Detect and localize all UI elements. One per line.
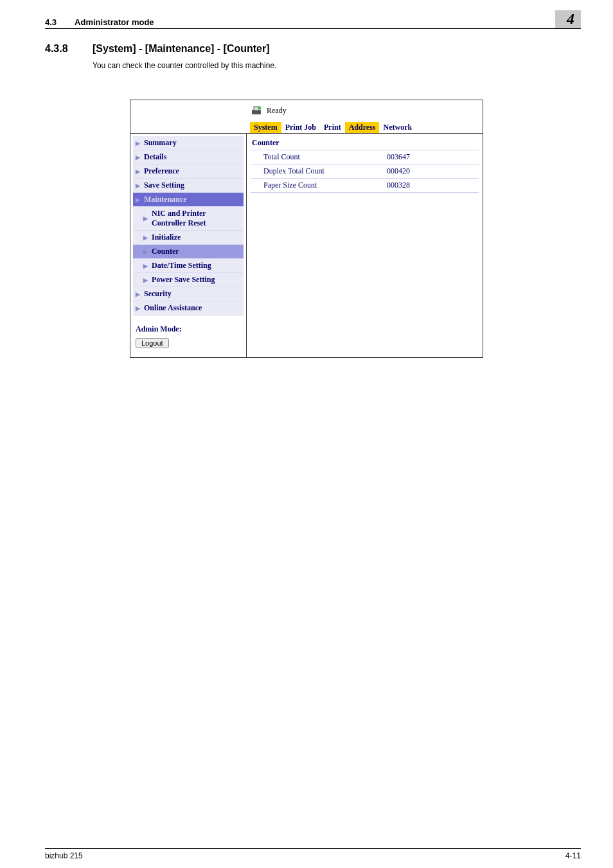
header-section-title: Administrator mode [75, 17, 555, 27]
tab-system[interactable]: System [250, 122, 281, 133]
logout-button[interactable]: Logout [136, 338, 169, 348]
sidebar-item[interactable]: ▶Security [133, 287, 244, 301]
chapter-badge: 4 [555, 10, 581, 28]
section-number: 4.3.8 [45, 43, 93, 55]
tab-print-job[interactable]: Print Job [281, 122, 320, 133]
printer-status-icon [250, 104, 263, 117]
sidebar-item[interactable]: ▶Counter [133, 245, 244, 259]
arrow-icon: ▶ [143, 277, 148, 283]
section-title: [System] - [Maintenance] - [Counter] [93, 43, 270, 55]
arrow-icon: ▶ [143, 235, 148, 241]
web-connection-screenshot: Ready System Print Job Print Address Net… [130, 100, 483, 358]
sidebar-item-label: Date/Time Setting [152, 261, 211, 270]
counter-label: Total Count [252, 152, 387, 162]
section-heading: 4.3.8 [System] - [Maintenance] - [Counte… [45, 43, 581, 55]
sidebar-item[interactable]: ▶Save Setting [133, 179, 244, 193]
sidebar-item-label: Summary [144, 138, 177, 148]
page-header: 4.3 Administrator mode 4 [45, 10, 581, 29]
sidebar-item-label: Initialize [152, 233, 181, 242]
sidebar-list: ▶Summary▶Details▶Preference▶Save Setting… [133, 136, 244, 315]
status-text: Ready [267, 106, 287, 116]
tab-print[interactable]: Print [320, 122, 345, 133]
sidebar-item[interactable]: ▶Maintenance [133, 193, 244, 207]
section-body-text: You can check the counter controlled by … [93, 61, 581, 70]
content-row: ▶Summary▶Details▶Preference▶Save Setting… [130, 133, 483, 357]
counter-value: 003647 [387, 152, 477, 162]
arrow-icon: ▶ [143, 249, 148, 255]
sidebar: ▶Summary▶Details▶Preference▶Save Setting… [130, 134, 246, 357]
counter-value: 000328 [387, 181, 477, 190]
sidebar-item-label: Maintenance [144, 195, 187, 204]
admin-block: Admin Mode: Logout [133, 315, 244, 351]
arrow-icon: ▶ [136, 182, 140, 189]
sidebar-item[interactable]: ▶Initialize [133, 231, 244, 245]
counter-value: 000420 [387, 166, 477, 176]
sidebar-item[interactable]: ▶Online Assistance [133, 301, 244, 315]
sidebar-item[interactable]: ▶Date/Time Setting [133, 259, 244, 273]
sidebar-item-label: Power Save Setting [152, 275, 215, 285]
tab-address[interactable]: Address [345, 122, 380, 133]
arrow-icon: ▶ [143, 215, 148, 222]
sidebar-item[interactable]: ▶Power Save Setting [133, 273, 244, 287]
tab-bar: System Print Job Print Address Network [250, 122, 483, 133]
counter-label: Paper Size Count [252, 181, 387, 190]
sidebar-item-label: Save Setting [144, 181, 184, 190]
header-section-number: 4.3 [45, 17, 57, 27]
status-area: Ready System Print Job Print Address Net… [130, 100, 483, 133]
arrow-icon: ▶ [136, 140, 140, 146]
sidebar-item-label: Online Assistance [144, 303, 202, 313]
counter-heading: Counter [251, 137, 479, 150]
sidebar-item-label: Preference [144, 166, 179, 176]
sidebar-item[interactable]: ▶Details [133, 150, 244, 164]
arrow-icon: ▶ [136, 305, 140, 312]
counter-label: Duplex Total Count [252, 166, 387, 176]
main-pane: Counter Total Count003647Duplex Total Co… [246, 134, 483, 357]
sidebar-item[interactable]: ▶Preference [133, 164, 244, 179]
arrow-icon: ▶ [136, 291, 140, 297]
sidebar-item[interactable]: ▶NIC and Printer Controller Reset [133, 207, 244, 231]
status-spacer [134, 104, 250, 133]
arrow-icon: ▶ [136, 154, 140, 161]
sidebar-item-label: NIC and Printer Controller Reset [152, 209, 241, 228]
counter-row: Paper Size Count000328 [251, 179, 479, 193]
sidebar-item-label: Counter [152, 247, 179, 256]
arrow-icon: ▶ [136, 197, 140, 203]
counter-row: Total Count003647 [251, 150, 479, 164]
counter-row: Duplex Total Count000420 [251, 164, 479, 179]
status-right: Ready System Print Job Print Address Net… [250, 104, 483, 133]
svg-point-2 [258, 107, 261, 109]
admin-mode-label: Admin Mode: [136, 324, 244, 334]
status-line: Ready [250, 104, 483, 122]
counter-table: Total Count003647Duplex Total Count00042… [251, 150, 479, 193]
arrow-icon: ▶ [136, 168, 140, 175]
arrow-icon: ▶ [143, 263, 148, 269]
sidebar-item-label: Details [144, 152, 166, 162]
sidebar-item[interactable]: ▶Summary [133, 136, 244, 150]
sidebar-item-label: Security [144, 289, 172, 299]
tab-network[interactable]: Network [379, 122, 416, 133]
